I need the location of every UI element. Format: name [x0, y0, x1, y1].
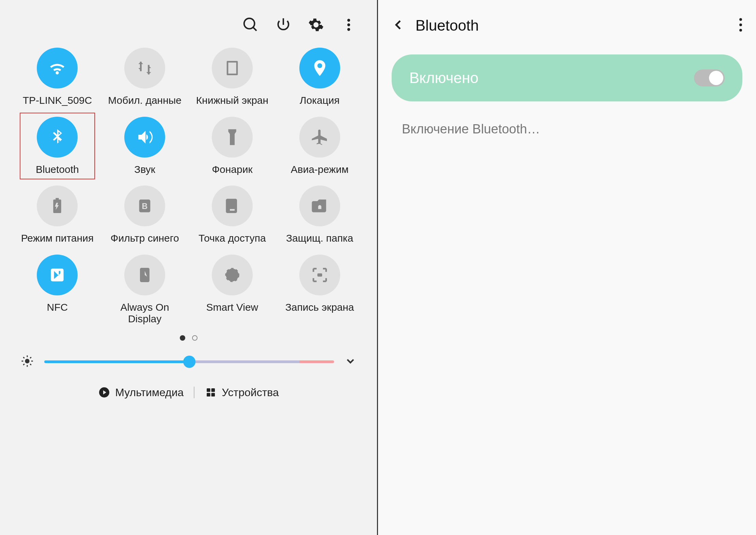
secure-icon — [299, 185, 340, 226]
qs-top-icons — [10, 10, 367, 48]
tile-label: NFC — [47, 302, 68, 313]
svg-rect-21 — [211, 388, 215, 392]
bt-toggle-label: Включено — [409, 69, 478, 86]
pager — [10, 335, 367, 341]
search-icon[interactable] — [243, 17, 258, 34]
svg-point-26 — [739, 29, 742, 32]
bluetooth-panel: Bluetooth Включено Включение Bluetooth… — [378, 0, 756, 535]
tile-label: Smart View — [206, 302, 258, 313]
nfc-icon — [37, 255, 78, 295]
bt-status: Включение Bluetooth… — [392, 101, 742, 157]
svg-rect-22 — [207, 393, 210, 397]
tile-label: Мобил. данные — [108, 95, 182, 107]
svg-rect-9 — [317, 273, 322, 276]
brightness-row — [10, 347, 367, 376]
page-title: Bluetooth — [415, 17, 729, 34]
tile-smartview[interactable]: Smart View — [189, 255, 276, 325]
tile-wifi[interactable]: TP-LINK_509C — [14, 48, 101, 107]
airplane-icon — [299, 117, 340, 158]
divider — [194, 387, 194, 398]
media-button[interactable]: Мультимедиа — [98, 386, 184, 399]
location-icon — [299, 48, 340, 88]
gear-icon[interactable] — [308, 17, 324, 34]
svg-text:B: B — [142, 202, 148, 211]
tile-data[interactable]: Мобил. данные — [101, 48, 189, 107]
svg-line-18 — [30, 357, 31, 358]
svg-point-2 — [347, 28, 350, 31]
tile-location[interactable]: Локация — [276, 48, 363, 107]
back-icon[interactable] — [392, 18, 405, 33]
battery-icon — [37, 185, 78, 226]
svg-line-16 — [30, 364, 31, 365]
tile-airplane[interactable]: Авиа-режим — [276, 117, 363, 176]
svg-line-15 — [23, 357, 24, 358]
slider-thumb[interactable] — [183, 356, 195, 368]
bt-toggle-switch[interactable] — [694, 69, 725, 86]
tile-sound[interactable]: Звук — [101, 117, 189, 176]
bottom-row: Мультимедиа Устройства — [10, 376, 367, 402]
more-icon[interactable] — [341, 17, 357, 34]
bt-header: Bluetooth — [392, 10, 742, 54]
media-label: Мультимедиа — [115, 386, 184, 399]
tile-bluefilter[interactable]: B Фильтр синего — [101, 185, 189, 244]
svg-point-24 — [739, 18, 742, 21]
tile-label: Авиа-режим — [291, 164, 349, 176]
hotspot-icon — [212, 185, 253, 226]
tile-bluetooth[interactable]: Bluetooth — [20, 113, 95, 180]
tile-label: Фонарик — [212, 164, 252, 176]
bluefilter-icon: B — [124, 185, 165, 226]
bluetooth-icon — [37, 117, 78, 158]
tile-torch[interactable]: Фонарик — [189, 117, 276, 176]
tile-aod[interactable]: Always On Display — [101, 255, 189, 325]
svg-point-10 — [25, 359, 29, 363]
tile-secure[interactable]: Защищ. папка — [276, 185, 363, 244]
svg-point-0 — [347, 19, 350, 21]
book-icon — [212, 48, 253, 88]
tile-label: Локация — [300, 95, 340, 107]
tile-label: Защищ. папка — [286, 232, 353, 244]
aod-icon — [124, 255, 165, 295]
svg-point-25 — [739, 23, 742, 26]
svg-point-1 — [347, 23, 350, 26]
page-dot-0[interactable] — [180, 335, 185, 341]
chevron-down-icon[interactable] — [344, 355, 357, 369]
page-dot-1[interactable] — [192, 335, 198, 341]
tile-label: Книжный экран — [196, 95, 268, 107]
brightness-slider[interactable] — [44, 360, 334, 363]
tile-power[interactable]: Режим питания — [14, 185, 101, 244]
svg-rect-23 — [211, 393, 215, 397]
qs-grid: TP-LINK_509C Мобил. данные Книжный экран… — [10, 48, 367, 325]
svg-rect-3 — [230, 64, 235, 67]
torch-icon — [212, 117, 253, 158]
power-icon[interactable] — [275, 17, 291, 34]
tile-label: Точка доступа — [199, 232, 266, 244]
tile-label: Режим питания — [21, 232, 94, 244]
devices-button[interactable]: Устройства — [205, 386, 279, 399]
wifi-icon — [37, 48, 78, 88]
svg-line-17 — [23, 364, 24, 365]
tile-label: Bluetooth — [36, 164, 79, 176]
tile-hotspot[interactable]: Точка доступа — [189, 185, 276, 244]
tile-nfc[interactable]: NFC — [14, 255, 101, 325]
more-icon[interactable] — [739, 17, 742, 34]
tile-book[interactable]: Книжный экран — [189, 48, 276, 107]
tile-label: TP-LINK_509C — [23, 95, 92, 107]
brightness-icon — [20, 354, 34, 369]
tile-label: Звук — [134, 164, 155, 176]
tile-label: Запись экрана — [285, 302, 354, 313]
quick-settings-panel: TP-LINK_509C Мобил. данные Книжный экран… — [0, 0, 378, 535]
devices-label: Устройства — [222, 386, 279, 399]
smartview-icon — [212, 255, 253, 295]
tile-label: Always On Display — [107, 302, 182, 325]
svg-rect-20 — [207, 388, 210, 392]
toggle-knob — [709, 71, 723, 85]
tile-record[interactable]: Запись экрана — [276, 255, 363, 325]
bt-toggle-card[interactable]: Включено — [392, 54, 742, 101]
data-icon — [124, 48, 165, 88]
record-icon — [299, 255, 340, 295]
tile-label: Фильтр синего — [111, 232, 179, 244]
sound-icon — [124, 117, 165, 158]
